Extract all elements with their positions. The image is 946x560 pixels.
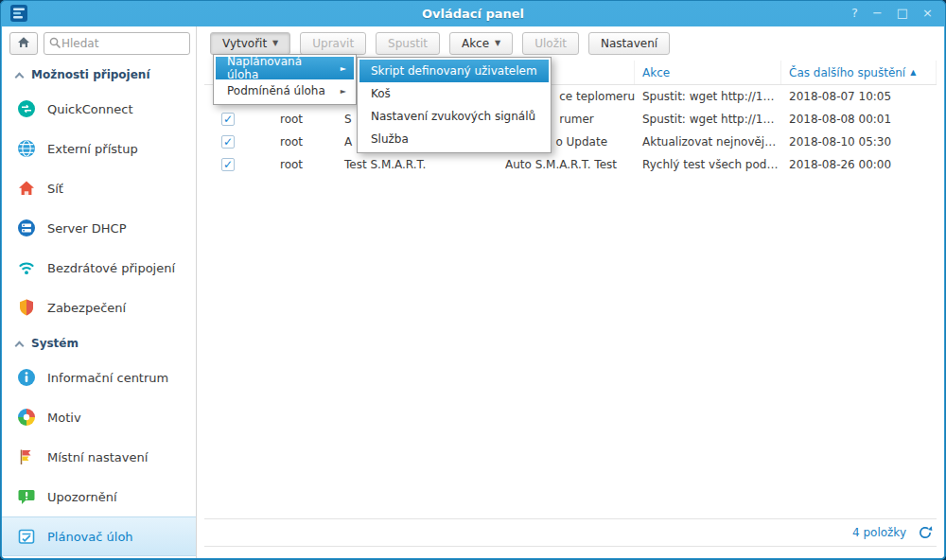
- button-label: Upravit: [312, 37, 354, 50]
- menu-item-podminena-uloha[interactable]: Podmíněná úloha►: [216, 79, 354, 102]
- action-cell: Spustit: wget http://192...: [635, 108, 781, 131]
- dhcp-server-icon: [16, 218, 37, 238]
- sidebar: Možnosti připojeníQuickConnectExterní př…: [2, 26, 197, 558]
- home-icon: [16, 35, 31, 53]
- maximize-button[interactable]: □: [897, 0, 908, 26]
- caret-down-icon: ▼: [495, 40, 500, 47]
- window-title: Ovládací panel: [2, 7, 944, 21]
- search-icon: [48, 36, 61, 52]
- menu-item-sluzba[interactable]: Služba: [359, 128, 549, 150]
- sidebar-item-quickconnect[interactable]: QuickConnect: [2, 89, 196, 129]
- table-row[interactable]: ✓rootS rumerSpustit: wget http://192...2…: [204, 108, 937, 131]
- owner-cell: root: [252, 108, 337, 131]
- button-label: Nastavení: [601, 37, 657, 50]
- sidebar-item-bezdratove-pripojeni[interactable]: Bezdrátové připojení: [2, 248, 196, 288]
- network-icon: [16, 178, 37, 199]
- sidebar-section-moznosti-pripojeni[interactable]: Možnosti připojení: [2, 61, 196, 89]
- wireless-icon: [16, 257, 37, 278]
- next-run-cell: 2018-08-07 10:05: [781, 85, 937, 108]
- sidebar-item-upozorneni[interactable]: Upozornění: [2, 477, 196, 516]
- info-center-icon: [16, 367, 37, 388]
- check-icon: ✓: [223, 114, 233, 125]
- table-row[interactable]: ✓rootA o UpdateAktualizovat nejnovější v…: [204, 131, 937, 153]
- check-icon: ✓: [223, 136, 233, 148]
- menu-item-label: Nastavení zvukových signálů: [371, 110, 535, 123]
- create-submenu: Skript definovaný uživatelemKošNastavení…: [357, 57, 552, 153]
- sidebar-item-planovac-uloh[interactable]: Plánovač úloh: [2, 516, 196, 556]
- toolbar-button-akce[interactable]: Akce▼: [449, 32, 513, 55]
- menu-item-naplanovana-uloha[interactable]: Naplánovaná úloha►: [216, 57, 354, 79]
- home-button[interactable]: [9, 32, 38, 55]
- sidebar-item-label: Bezdrátové připojení: [47, 261, 175, 275]
- search-input[interactable]: [61, 37, 185, 50]
- enabled-checkbox[interactable]: ✓: [221, 158, 235, 171]
- owner-cell: root: [252, 131, 337, 153]
- sidebar-item-informacni-centrum[interactable]: Informační centrum: [2, 358, 196, 397]
- menu-item-nastaveni-zvukovych-signalu[interactable]: Nastavení zvukových signálů: [359, 105, 549, 128]
- next-run-cell: 2018-08-10 05:30: [781, 131, 937, 153]
- menu-item-label: Naplánovaná úloha: [227, 55, 331, 81]
- sidebar-item-zabezpeceni[interactable]: Zabezpečení: [2, 288, 196, 327]
- sidebar-item-server-dhcp[interactable]: Server DHCP: [2, 208, 196, 248]
- sidebar-item-label: Informační centrum: [47, 371, 168, 385]
- regional-options-icon: [16, 446, 37, 467]
- main-panel: Vytvořit▼UpravitSpustitAkce▼UložitNastav…: [197, 26, 944, 558]
- menu-item-label: Koš: [371, 87, 391, 100]
- sidebar-item-label: Upozornění: [47, 490, 117, 504]
- button-label: Uložit: [534, 37, 567, 50]
- sidebar-item-externi-pristup[interactable]: Externí přístup: [2, 129, 196, 168]
- item-count: 4 položky: [852, 526, 906, 539]
- next-run-cell: 2018-08-26 00:00: [781, 153, 937, 176]
- table-row[interactable]: ✓rootTest S.M.A.R.T.Auto S.M.A.R.T. Test…: [204, 153, 937, 176]
- column-label: Akce: [642, 66, 670, 79]
- task-type-cell: Auto S.M.A.R.T. Test: [498, 153, 635, 176]
- chevron-up-icon: [15, 341, 25, 350]
- button-label: Vytvořit: [222, 37, 267, 50]
- toolbar-button-spustit[interactable]: Spustit: [376, 32, 440, 55]
- toolbar-button-ulozit[interactable]: Uložit: [522, 32, 579, 55]
- sidebar-item-sit[interactable]: Síť: [2, 168, 196, 208]
- column-header-akce[interactable]: Akce: [635, 61, 781, 84]
- enabled-cell: ✓: [204, 108, 252, 131]
- enabled-checkbox[interactable]: ✓: [221, 135, 235, 149]
- external-access-icon: [16, 138, 37, 159]
- create-menu: Naplánovaná úloha►Podmíněná úloha►: [213, 54, 357, 105]
- menu-item-skript-definovany-uzivatelem[interactable]: Skript definovaný uživatelem: [359, 60, 549, 82]
- search-box[interactable]: [44, 32, 190, 55]
- refresh-button[interactable]: [918, 525, 933, 540]
- list-footer: 4 položky: [204, 518, 937, 547]
- sidebar-top: [2, 26, 196, 59]
- enabled-cell: ✓: [204, 131, 252, 153]
- help-button[interactable]: ?: [851, 0, 858, 26]
- sidebar-nav: Možnosti připojeníQuickConnectExterní př…: [2, 61, 196, 556]
- sort-ascending-icon: ▲: [910, 68, 916, 77]
- sidebar-item-mistni-nastaveni[interactable]: Místní nastavení: [2, 437, 196, 477]
- minimize-button[interactable]: −: [872, 0, 883, 26]
- close-button[interactable]: ×: [922, 0, 933, 26]
- control-panel-window: Ovládací panel ?−□× Možnosti připojeníQu…: [0, 0, 946, 560]
- chevron-up-icon: [15, 72, 25, 81]
- notification-icon: [16, 486, 37, 507]
- section-label: Možnosti připojení: [31, 68, 150, 81]
- toolbar-button-nastaveni[interactable]: Nastavení: [588, 32, 670, 55]
- submenu-arrow-icon: ►: [331, 64, 346, 73]
- next-run-cell: 2018-08-08 00:01: [781, 108, 937, 131]
- action-cell: Rychlý test všech podpor...: [635, 153, 781, 176]
- toolbar-button-upravit[interactable]: Upravit: [300, 32, 366, 55]
- column-header-cas-dalsiho-spusteni[interactable]: Čas dalšího spuštění▲: [781, 61, 937, 84]
- sidebar-item-motiv[interactable]: Motiv: [2, 397, 196, 437]
- sidebar-item-label: Zabezpečení: [47, 301, 126, 315]
- owner-cell: root: [252, 153, 337, 176]
- menu-item-label: Podmíněná úloha: [227, 84, 325, 97]
- app-icon: [10, 5, 27, 22]
- toolbar-button-vytvorit[interactable]: Vytvořit▼: [210, 32, 290, 55]
- quickconnect-icon: [16, 98, 37, 119]
- sidebar-section-system[interactable]: Systém: [2, 329, 196, 358]
- enabled-checkbox[interactable]: ✓: [221, 113, 235, 126]
- caret-down-icon: ▼: [272, 40, 278, 47]
- menu-item-kos[interactable]: Koš: [359, 82, 549, 105]
- sidebar-item-label: Místní nastavení: [47, 450, 148, 464]
- theme-icon: [16, 407, 37, 428]
- button-label: Spustit: [388, 37, 428, 50]
- task-name-cell: Test S.M.A.R.T.: [337, 153, 498, 176]
